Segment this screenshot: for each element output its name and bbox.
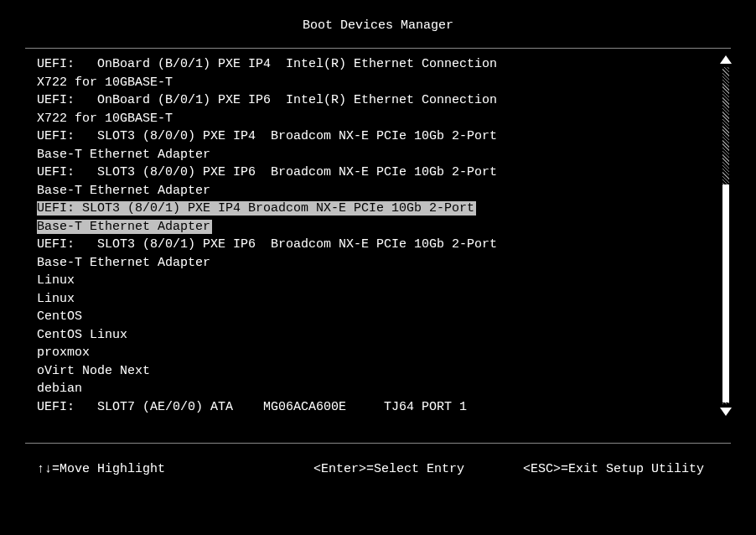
boot-entry[interactable]: UEFI: OnBoard (B/0/1) PXE IP4 Intel(R) E… xyxy=(37,55,506,91)
hint-exit: <ESC>=Exit Setup Utility xyxy=(523,462,719,476)
footer-hints: ↑↓=Move Highlight <Enter>=Select Entry <… xyxy=(0,444,756,476)
boot-entry[interactable]: UEFI: SLOT3 (8/0/1) PXE IP6 Broadcom NX-… xyxy=(37,236,506,272)
boot-entry[interactable]: CentOS Linux xyxy=(37,326,506,345)
hint-move: ↑↓=Move Highlight xyxy=(37,462,313,476)
boot-entry[interactable]: Linux xyxy=(37,290,506,309)
boot-entry-selected[interactable]: UEFI: SLOT3 (8/0/1) PXE IP4 Broadcom NX-… xyxy=(37,200,696,236)
boot-entry[interactable]: UEFI: SLOT3 (8/0/0) PXE IP6 Broadcom NX-… xyxy=(37,164,506,200)
boot-entry[interactable]: debian xyxy=(37,380,506,398)
boot-entry[interactable]: UEFI: SLOT7 (AE/0/0) ATA MG06ACA600E TJ6… xyxy=(37,398,506,417)
boot-entry[interactable]: CentOS xyxy=(37,308,506,326)
scroll-thumb[interactable] xyxy=(722,184,729,403)
boot-entry[interactable]: proxmox xyxy=(37,344,506,362)
page-title: Boot Devices Manager xyxy=(0,0,756,39)
boot-entry[interactable]: UEFI: OnBoard (B/0/1) PXE IP6 Intel(R) E… xyxy=(37,91,506,127)
hint-select: <Enter>=Select Entry xyxy=(313,462,523,476)
scrollbar[interactable] xyxy=(721,55,731,416)
boot-entry[interactable]: oVirt Node Next xyxy=(37,362,506,381)
scroll-down-icon[interactable] xyxy=(720,408,732,416)
boot-entry[interactable]: Linux xyxy=(37,272,506,290)
boot-device-list: UEFI: OnBoard (B/0/1) PXE IP4 Intel(R) E… xyxy=(37,55,704,416)
scroll-up-icon[interactable] xyxy=(720,55,732,64)
boot-entry[interactable]: UEFI: SLOT3 (8/0/0) PXE IP4 Broadcom NX-… xyxy=(37,127,506,164)
scroll-track[interactable] xyxy=(722,67,729,404)
